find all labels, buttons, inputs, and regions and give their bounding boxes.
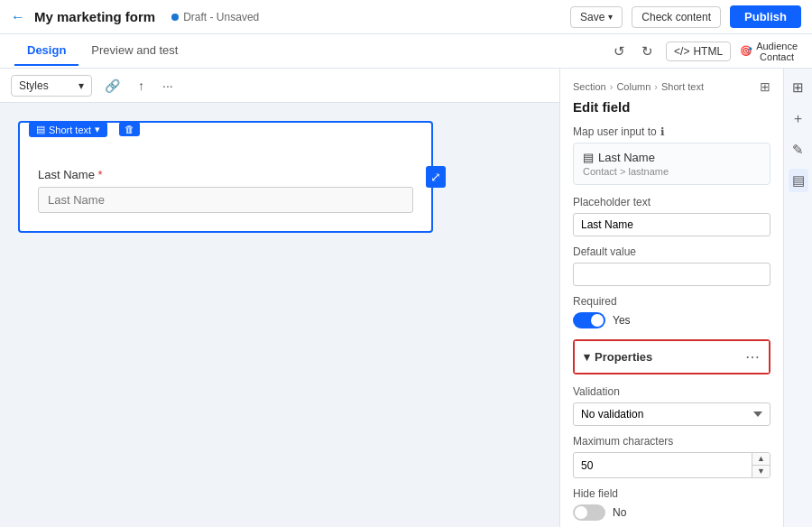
- hide-field-toggle[interactable]: [573, 504, 605, 521]
- breadcrumb: Section › Column › Short text ⊞: [573, 79, 770, 94]
- required-row: Yes: [573, 312, 770, 328]
- panel-sidebar: ⊞ ＋ ✎ ▤: [783, 69, 812, 527]
- map-field-path: Contact > lastname: [583, 166, 761, 177]
- check-content-button[interactable]: Check content: [632, 6, 721, 28]
- validation-dropdown[interactable]: No validation: [573, 402, 770, 426]
- hide-field-label: Hide field: [573, 487, 770, 500]
- properties-header[interactable]: ▾ Properties ⋯: [575, 341, 769, 373]
- tabs: Design Preview and test: [14, 36, 190, 66]
- form-card: ▤ Short text ▾ 🗑 Last Name * ⤢: [18, 121, 433, 233]
- audience-text: Audience Contact: [756, 41, 798, 62]
- sidebar-edit-icon[interactable]: ✎: [789, 138, 807, 162]
- canvas-content: ▤ Short text ▾ 🗑 Last Name * ⤢: [0, 103, 559, 251]
- max-chars-input[interactable]: [574, 455, 752, 476]
- html-icon: </>: [674, 45, 689, 58]
- properties-section: ▾ Properties ⋯: [573, 339, 770, 374]
- styles-label: Styles: [19, 79, 49, 92]
- undo-button[interactable]: ↺: [610, 42, 629, 61]
- move-handle[interactable]: ⤢: [426, 166, 446, 188]
- hide-field-toggle-label: No: [613, 506, 626, 519]
- breadcrumb-column: Column: [616, 81, 651, 92]
- spin-down-button[interactable]: ▼: [752, 466, 770, 477]
- html-label: HTML: [693, 45, 723, 58]
- panel-expand-icon[interactable]: ⊞: [760, 79, 770, 94]
- placeholder-input[interactable]: [573, 213, 770, 236]
- top-bar: ← My marketing form Draft - Unsaved Save…: [0, 0, 812, 34]
- right-panel: Section › Column › Short text ⊞ Edit fie…: [559, 69, 812, 527]
- edit-field-title: Edit field: [573, 99, 770, 115]
- chevron-down-icon: ▾: [78, 79, 84, 92]
- sidebar-list-icon[interactable]: ▤: [789, 169, 808, 192]
- breadcrumb-section: Section: [573, 81, 606, 92]
- form-field-area: Last Name *: [38, 168, 413, 213]
- tab-actions: ↺ ↻ </> HTML 🎯 Audience Contact: [610, 41, 798, 62]
- properties-more-icon[interactable]: ⋯: [745, 348, 760, 365]
- max-chars-input-row: ▲ ▼: [573, 452, 770, 478]
- breadcrumb-current: Short text: [661, 81, 704, 92]
- save-chevron-icon: ▾: [608, 12, 613, 22]
- required-star: *: [98, 168, 103, 181]
- max-chars-label: Maximum characters: [573, 435, 770, 448]
- tab-bar: Design Preview and test ↺ ↻ </> HTML 🎯 A…: [0, 34, 812, 69]
- required-toggle[interactable]: [573, 312, 605, 328]
- status-badge: Draft - Unsaved: [171, 11, 259, 23]
- map-field-name: ▤ Last Name: [583, 151, 761, 164]
- hide-field-row: No: [573, 504, 770, 521]
- audience-button[interactable]: 🎯 Audience Contact: [740, 41, 798, 62]
- sidebar-add-icon[interactable]: ＋: [788, 106, 808, 131]
- more-options-button[interactable]: ···: [157, 77, 179, 95]
- sidebar-grid-icon[interactable]: ⊞: [789, 76, 807, 99]
- required-toggle-label: Yes: [613, 314, 631, 327]
- delete-field-button[interactable]: 🗑: [119, 122, 140, 136]
- audience-icon: 🎯: [740, 45, 752, 57]
- properties-title: ▾ Properties: [584, 350, 652, 364]
- panel-content: Section › Column › Short text ⊞ Edit fie…: [560, 69, 783, 527]
- field-label: Last Name *: [38, 168, 413, 181]
- status-dot: [171, 14, 179, 21]
- spin-up-button[interactable]: ▲: [752, 453, 770, 466]
- link-icon-button[interactable]: 🔗: [99, 77, 125, 95]
- default-input[interactable]: [573, 263, 770, 286]
- toggle-thumb-off: [575, 506, 587, 519]
- info-icon: ℹ: [660, 125, 665, 138]
- field-input[interactable]: [38, 187, 413, 213]
- map-field-box[interactable]: ▤ Last Name Contact > lastname: [573, 143, 770, 185]
- canvas-area: Styles ▾ 🔗 ↑ ··· ▤ Short text ▾ 🗑 Last N…: [0, 69, 559, 527]
- required-label: Required: [573, 295, 770, 308]
- back-button[interactable]: ←: [11, 9, 25, 25]
- tab-preview[interactable]: Preview and test: [78, 36, 190, 66]
- html-button[interactable]: </> HTML: [666, 42, 731, 61]
- arrow-up-button[interactable]: ↑: [133, 77, 150, 95]
- save-label: Save: [580, 11, 604, 23]
- chevron-icon: ▾: [95, 124, 100, 135]
- validation-label: Validation: [573, 385, 770, 398]
- default-label: Default value: [573, 245, 770, 258]
- field-icon: ▤: [583, 151, 594, 164]
- number-spinners: ▲ ▼: [752, 453, 770, 477]
- field-type-label: Short text: [49, 125, 91, 135]
- placeholder-label: Placeholder text: [573, 196, 770, 208]
- status-text: Draft - Unsaved: [183, 11, 259, 23]
- page-title: My marketing form: [34, 9, 155, 24]
- redo-button[interactable]: ↻: [638, 42, 657, 61]
- styles-dropdown[interactable]: Styles ▾: [11, 75, 92, 97]
- field-type-badge: ▤ Short text ▾: [29, 122, 107, 137]
- map-input-label: Map user input to ℹ: [573, 125, 770, 138]
- toggle-thumb: [591, 314, 604, 327]
- tab-design[interactable]: Design: [14, 36, 78, 66]
- field-type-icon: ▤: [36, 124, 45, 135]
- canvas-toolbar: Styles ▾ 🔗 ↑ ···: [0, 69, 559, 103]
- main-layout: Styles ▾ 🔗 ↑ ··· ▤ Short text ▾ 🗑 Last N…: [0, 69, 812, 527]
- publish-button[interactable]: Publish: [730, 5, 801, 28]
- chevron-down-icon: ▾: [584, 350, 590, 364]
- save-button[interactable]: Save ▾: [570, 6, 623, 28]
